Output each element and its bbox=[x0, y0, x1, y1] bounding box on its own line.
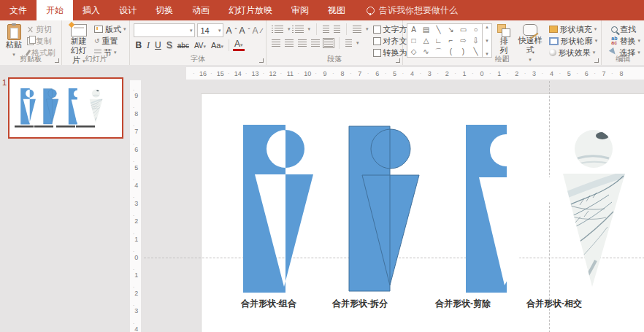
drawing-dialog-launcher[interactable] bbox=[594, 58, 599, 63]
change-case-button[interactable]: Aa▾ bbox=[210, 41, 225, 50]
shape-gallery-item[interactable]: ▤ bbox=[420, 24, 432, 35]
work-area: 1 98765432101234 16151413121110987654321… bbox=[0, 65, 644, 332]
text-direction-icon bbox=[373, 26, 381, 34]
shape-fill-button[interactable]: 形状填充▾ bbox=[549, 24, 598, 34]
tell-me-box[interactable]: 告诉我你想要做什么 bbox=[367, 0, 458, 20]
scissors-icon bbox=[27, 26, 34, 33]
horizontal-ruler-number: 2 bbox=[438, 70, 456, 77]
new-slide-icon bbox=[71, 24, 87, 36]
shape-gallery-item[interactable]: ⇨ bbox=[457, 35, 469, 46]
shape-label[interactable]: 合并形状-拆分 bbox=[309, 298, 411, 310]
slide-thumbnail[interactable] bbox=[8, 77, 123, 139]
ribbon-tab[interactable]: 开始 bbox=[37, 0, 73, 20]
shape-label[interactable]: 合并形状-剪除 bbox=[412, 298, 514, 310]
decrease-indent-icon[interactable] bbox=[323, 26, 329, 33]
vertical-ruler-number: 2 bbox=[130, 212, 141, 231]
ribbon: 粘贴 ▾ 剪切 复制 格式刷 剪贴板 新建 幻灯片 ▾ bbox=[0, 20, 644, 66]
align-left-icon[interactable] bbox=[272, 39, 280, 47]
vertical-ruler-number: 9 bbox=[130, 87, 141, 105]
shape-gallery-item[interactable]: ⇩ bbox=[469, 35, 482, 46]
ribbon-tab[interactable]: 审阅 bbox=[282, 0, 318, 20]
shape-gallery-item[interactable]: ∟ bbox=[432, 35, 445, 46]
horizontal-ruler-number: 15 bbox=[212, 70, 229, 77]
gallery-up-icon[interactable]: ▲ bbox=[485, 25, 489, 29]
numbering-icon[interactable] bbox=[295, 26, 304, 33]
font-dialog-launcher[interactable] bbox=[259, 58, 264, 63]
copy-button[interactable]: 复制 bbox=[27, 36, 55, 46]
shrink-font-button[interactable]: Aˇ bbox=[239, 26, 250, 36]
horizontal-ruler-number: 13 bbox=[247, 70, 264, 77]
lightbulb-icon bbox=[367, 7, 375, 15]
layout-icon bbox=[94, 26, 103, 33]
shape-gallery-item[interactable]: △ bbox=[420, 35, 432, 46]
vertical-ruler-number: 2 bbox=[130, 285, 141, 303]
horizontal-ruler-number: 12 bbox=[264, 70, 282, 77]
text-columns-icon[interactable] bbox=[345, 39, 352, 47]
align-right-icon[interactable] bbox=[298, 39, 307, 47]
reset-button[interactable]: ↺ 重置 bbox=[94, 36, 126, 46]
merge-shapes-graphics[interactable] bbox=[202, 94, 644, 332]
italic-button[interactable]: I bbox=[145, 40, 151, 51]
paragraph-dialog-launcher[interactable] bbox=[396, 58, 400, 63]
font-family-combobox[interactable]: ▾ bbox=[134, 23, 195, 37]
shape-gallery-item[interactable]: ╲ bbox=[432, 24, 445, 35]
shape-gallery-item[interactable]: ⌐ bbox=[445, 35, 457, 46]
horizontal-ruler-number: 10 bbox=[299, 70, 316, 77]
editing-group-label: 编辑 bbox=[602, 54, 644, 64]
line-spacing-icon[interactable] bbox=[353, 26, 361, 33]
text-shadow-button[interactable]: S bbox=[165, 40, 174, 50]
replace-button[interactable]: abac 替换▾ bbox=[611, 36, 640, 46]
shape-gallery-item[interactable]: A bbox=[407, 24, 420, 35]
grow-font-button[interactable]: Aˆ bbox=[226, 26, 237, 36]
character-spacing-button[interactable]: AV▾ bbox=[193, 42, 207, 50]
vertical-ruler-number: 1 bbox=[130, 266, 141, 285]
bold-button[interactable]: B bbox=[134, 40, 143, 50]
underline-button[interactable]: U bbox=[153, 40, 163, 50]
bullets-icon[interactable] bbox=[275, 26, 283, 33]
font-size-combobox[interactable]: 14▾ bbox=[197, 23, 223, 37]
horizontal-ruler-number: 0 bbox=[473, 70, 491, 77]
vertical-ruler: 98765432101234 bbox=[130, 80, 141, 332]
clear-formatting-button[interactable]: A⁄ bbox=[252, 26, 262, 36]
columns-icon[interactable] bbox=[324, 39, 333, 47]
shape-gallery-scrollbar[interactable]: ▲ ▼ ▼ bbox=[482, 24, 491, 57]
ribbon-tab[interactable]: 视图 bbox=[318, 0, 355, 20]
shape-gallery-item[interactable]: ○ bbox=[469, 24, 482, 35]
horizontal-ruler-number: 1 bbox=[456, 70, 473, 77]
horizontal-ruler-number: 9 bbox=[316, 70, 334, 77]
ribbon-tab[interactable]: 幻灯片放映 bbox=[219, 0, 282, 20]
clipboard-dialog-launcher[interactable] bbox=[55, 58, 59, 63]
shape-gallery-item[interactable]: ↘ bbox=[445, 24, 457, 35]
vertical-ruler-number: 5 bbox=[130, 158, 141, 177]
vertical-ruler-number: 7 bbox=[130, 123, 141, 141]
layout-button[interactable]: 版式▾ bbox=[94, 24, 126, 34]
cut-button[interactable]: 剪切 bbox=[27, 24, 55, 34]
vertical-ruler-number: 0 bbox=[130, 248, 141, 266]
align-text-icon bbox=[373, 37, 381, 45]
ribbon-tab[interactable]: 插入 bbox=[73, 0, 110, 20]
ribbon-tab[interactable]: 文件 bbox=[0, 0, 37, 20]
slide-number: 1 bbox=[2, 78, 7, 87]
shape-gallery-item[interactable]: □ bbox=[407, 35, 420, 46]
shape-gallery-item[interactable]: ▭ bbox=[457, 24, 469, 35]
gallery-down-icon[interactable]: ▼ bbox=[485, 39, 489, 43]
ribbon-tab[interactable]: 动画 bbox=[183, 0, 219, 20]
align-center-icon[interactable] bbox=[285, 39, 294, 47]
shape-outline-button[interactable]: 形状轮廓▾ bbox=[549, 36, 598, 46]
justify-icon[interactable] bbox=[311, 39, 320, 47]
horizontal-ruler-number: 5 bbox=[560, 70, 578, 77]
ribbon-tab[interactable]: 切换 bbox=[146, 0, 183, 20]
strikethrough-button[interactable]: abc bbox=[176, 42, 191, 50]
shape-label[interactable]: 合并形状-相交 bbox=[503, 298, 605, 310]
horizontal-ruler-number: 8 bbox=[613, 70, 630, 77]
font-color-button[interactable]: A▾ bbox=[233, 40, 245, 51]
slide[interactable]: 合并形状-组合合并形状-拆分合并形状-剪除合并形状-相交 bbox=[201, 93, 644, 332]
find-button[interactable]: 查找 bbox=[611, 24, 640, 34]
ribbon-tab[interactable]: 设计 bbox=[110, 0, 146, 20]
reset-icon: ↺ bbox=[94, 38, 100, 45]
group-font: ▾ 14▾ Aˆ Aˇ A⁄ B I U S abc AV▾ Aa▾ A▾ bbox=[130, 20, 267, 65]
horizontal-ruler-number: 11 bbox=[281, 70, 299, 77]
vertical-ruler-number: 4 bbox=[130, 320, 141, 332]
increase-indent-icon[interactable] bbox=[334, 26, 340, 33]
shape-label[interactable]: 合并形状-组合 bbox=[218, 298, 320, 310]
